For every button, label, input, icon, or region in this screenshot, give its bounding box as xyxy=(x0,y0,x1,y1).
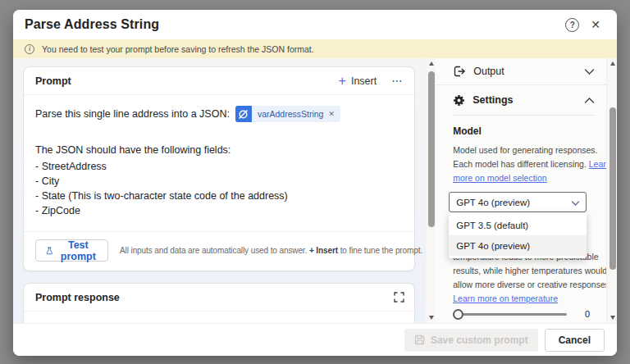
slider-handle[interactable] xyxy=(453,309,463,320)
main-panel: Prompt + Insert ⋯ Parse this single line… xyxy=(13,58,425,323)
expand-icon[interactable] xyxy=(394,292,404,303)
token-dismiss-icon[interactable]: ✕ xyxy=(327,110,340,118)
save-icon xyxy=(414,334,425,345)
scrollbar-thumb[interactable] xyxy=(609,107,616,270)
more-options-icon[interactable]: ⋯ xyxy=(390,75,404,87)
model-dropdown[interactable]: GPT 4o (preview) xyxy=(449,192,587,212)
chevron-down-icon xyxy=(584,68,595,75)
temperature-link[interactable]: Learn more on temperature xyxy=(453,293,558,303)
info-icon: i xyxy=(25,44,34,54)
warning-text: You need to test your prompt before savi… xyxy=(42,44,314,54)
beaker-icon xyxy=(46,245,53,257)
prompt-line1-text: Parse this single line address into a JS… xyxy=(35,108,230,120)
main-scrollbar[interactable] xyxy=(425,58,436,323)
model-description-line2: Each model has different licensing. Lear… xyxy=(449,157,606,171)
model-option-gpt4o[interactable]: GPT 4o (preview) xyxy=(449,235,587,256)
prompt-response-card: Prompt response Waiting for response gen… xyxy=(23,283,415,323)
temperature-line1: results, while higher temperatures would xyxy=(449,264,606,278)
scroll-up-arrow[interactable] xyxy=(607,58,617,69)
model-dropdown-flyout: GPT 3.5 (default) GPT 4o (preview) xyxy=(449,212,587,258)
output-label: Output xyxy=(473,66,504,77)
parse-address-dialog: Parse Address String ? ✕ i You need to t… xyxy=(13,10,617,356)
sidebar-scrollbar[interactable] xyxy=(606,58,617,323)
model-option-gpt35[interactable]: GPT 3.5 (default) xyxy=(449,215,587,235)
cancel-label: Cancel xyxy=(559,334,591,346)
response-body: Waiting for response generation. xyxy=(24,312,414,323)
prompt-text-line2: The JSON should have the following field… xyxy=(35,144,401,159)
help-icon[interactable]: ? xyxy=(565,18,579,32)
scrollbar-thumb[interactable] xyxy=(428,71,435,227)
prompt-card-header: Prompt + Insert ⋯ xyxy=(24,67,414,95)
warning-banner: i You need to test your prompt before sa… xyxy=(13,39,617,58)
response-card-header: Prompt response xyxy=(24,284,414,312)
model-dropdown-value: GPT 4o (preview) xyxy=(456,198,530,207)
temperature-value: 0 xyxy=(585,309,590,319)
gear-icon xyxy=(453,94,465,107)
test-prompt-button[interactable]: Test prompt xyxy=(35,239,108,262)
dialog-content: Prompt + Insert ⋯ Parse this single line… xyxy=(13,58,617,323)
test-prompt-label: Test prompt xyxy=(59,239,98,262)
save-custom-prompt-button[interactable]: Save custom prompt xyxy=(404,329,538,352)
prompt-card-footer: Test prompt All inputs and data are auto… xyxy=(24,232,414,271)
prompt-field-line: - State (This is two-character state cod… xyxy=(35,189,401,203)
slider-track[interactable] xyxy=(462,313,567,316)
output-icon xyxy=(453,65,466,78)
scroll-down-arrow[interactable] xyxy=(607,312,617,323)
chevron-down-icon xyxy=(571,198,580,208)
cancel-button[interactable]: Cancel xyxy=(545,329,605,352)
output-section-header[interactable]: Output xyxy=(436,58,606,84)
temperature-section: temperature leads to more predictable re… xyxy=(436,250,606,306)
chevron-up-icon xyxy=(584,97,595,104)
model-section: Model Model used for generating response… xyxy=(436,116,606,212)
temperature-line2: allow more diverse or creative responses… xyxy=(449,278,606,292)
temperature-slider-row: 0 xyxy=(436,308,606,320)
settings-sidebar: Output Settings xyxy=(436,58,617,323)
prompt-card-actions: + Insert ⋯ xyxy=(339,75,405,87)
model-heading: Model xyxy=(449,125,606,137)
dialog-header: Parse Address String ? ✕ xyxy=(13,10,617,39)
prompt-field-line: - ZipCode xyxy=(35,203,401,218)
response-card-title: Prompt response xyxy=(35,292,120,303)
prompt-field-line: - City xyxy=(35,174,401,189)
variable-token[interactable]: varAddressString ✕ xyxy=(235,106,340,122)
variable-token-label: varAddressString xyxy=(252,109,328,119)
settings-section-header[interactable]: Settings xyxy=(436,85,606,115)
prompt-card: Prompt + Insert ⋯ Parse this single line… xyxy=(23,66,415,271)
model-description-line1: Model used for generating responses. xyxy=(449,143,606,157)
dialog-footer: Save custom prompt Cancel xyxy=(13,323,617,356)
prompt-card-title: Prompt xyxy=(35,75,71,87)
insert-button[interactable]: + Insert xyxy=(339,75,377,87)
insert-label: Insert xyxy=(351,75,377,87)
close-icon[interactable]: ✕ xyxy=(587,16,604,33)
prompt-editor[interactable]: Parse this single line address into a JS… xyxy=(24,95,414,225)
model-description-line3: more on model selection xyxy=(449,171,606,185)
prompt-hint: All inputs and data are automatically us… xyxy=(120,246,422,255)
temperature-link-line: Learn more on temperature xyxy=(449,292,606,306)
plus-icon: + xyxy=(339,76,346,86)
save-label: Save custom prompt xyxy=(431,334,528,346)
page-title: Parse Address String xyxy=(25,17,159,32)
model-selection-link[interactable]: more on model selection xyxy=(453,173,546,183)
prompt-text-line1: Parse this single line address into a JS… xyxy=(35,105,401,123)
modal-backdrop: Parse Address String ? ✕ i You need to t… xyxy=(0,0,630,364)
dialog-actions: ? ✕ xyxy=(565,16,604,33)
settings-label: Settings xyxy=(472,94,513,106)
prompt-field-line: - StreetAddress xyxy=(35,159,401,174)
variable-icon xyxy=(235,106,252,122)
